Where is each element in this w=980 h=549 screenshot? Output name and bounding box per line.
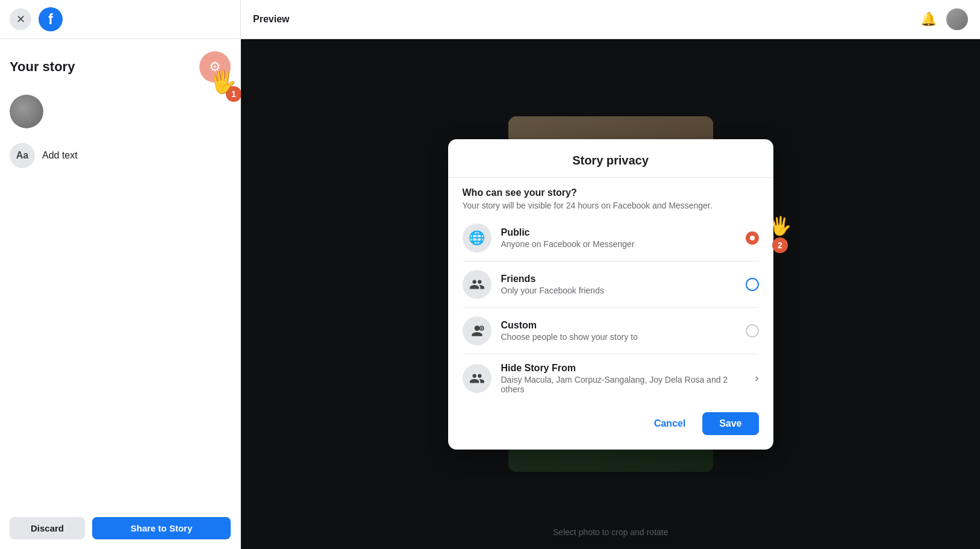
option-custom-icon	[463, 316, 492, 345]
notification-icon[interactable]: 🔔	[920, 11, 937, 27]
option-hide-chevron: ›	[755, 372, 759, 384]
option-hide-text: Hide Story From Daisy Macula, Jam Corpuz…	[501, 363, 746, 394]
add-text-icon: Aa	[10, 143, 35, 168]
option-friends-icon	[463, 270, 492, 299]
sidebar-header: ✕ f	[0, 0, 240, 39]
option-custom-text: Custom Choose people to show your story …	[501, 320, 736, 342]
add-text-label: Add text	[42, 150, 78, 161]
option-friends-subtitle: Only your Facebook friends	[501, 286, 736, 295]
option-custom[interactable]: Custom Choose people to show your story …	[448, 308, 773, 354]
option-public[interactable]: 🌐 Public Anyone on Facebook or Messenger…	[448, 215, 773, 261]
avatar-row	[0, 89, 240, 134]
preview-label: Preview	[253, 14, 289, 25]
option-friends-title: Friends	[501, 274, 736, 284]
option-friends[interactable]: Friends Only your Facebook friends	[448, 262, 773, 307]
sidebar-bottom: Discard Share to Story	[0, 507, 240, 549]
avatar-image	[10, 95, 43, 128]
modal-overlay: Story privacy Who can see your story? Yo…	[241, 39, 980, 549]
cancel-button[interactable]: Cancel	[644, 412, 695, 435]
option-friends-radio[interactable]	[746, 278, 759, 291]
modal-subtitle-row: Who can see your story? Your story will …	[448, 178, 773, 215]
option-hide-subtitle: Daisy Macula, Jam Corpuz-Sangalang, Joy …	[501, 375, 746, 394]
close-button[interactable]: ✕	[10, 8, 31, 30]
facebook-logo: f	[39, 7, 63, 31]
option-hide-icon	[463, 364, 492, 393]
avatar	[10, 95, 43, 128]
option-custom-radio[interactable]	[746, 324, 759, 337]
sidebar-title-row: Your story ⚙ 🖐 1	[0, 39, 240, 89]
sidebar: ✕ f Your story ⚙ 🖐 1 Aa Add text Discard…	[0, 0, 241, 549]
add-text-row[interactable]: Aa Add text	[0, 134, 240, 177]
option-public-title: Public	[501, 227, 736, 238]
option-custom-title: Custom	[501, 320, 736, 331]
main-header: Preview 🔔	[241, 0, 980, 39]
option-public-radio[interactable]	[746, 231, 759, 245]
option-public-subtitle: Anyone on Facebook or Messenger	[501, 239, 736, 249]
preview-area: Select photo to crop and rotate Story pr…	[241, 39, 980, 549]
cursor-2-wrap: 🖐 2	[769, 215, 791, 253]
modal-title: Story privacy	[448, 139, 773, 178]
option-hide-title: Hide Story From	[501, 363, 746, 374]
story-privacy-modal: Story privacy Who can see your story? Yo…	[448, 139, 773, 450]
user-avatar[interactable]	[946, 8, 968, 30]
modal-description: Your story will be visible for 24 hours …	[463, 201, 759, 210]
header-icons: 🔔	[920, 8, 968, 30]
option-public-icon: 🌐	[463, 224, 492, 253]
option-friends-text: Friends Only your Facebook friends	[501, 274, 736, 295]
badge-2: 2	[772, 237, 788, 253]
share-button[interactable]: Share to Story	[92, 517, 231, 539]
option-hide[interactable]: Hide Story From Daisy Macula, Jam Corpuz…	[448, 354, 773, 403]
sidebar-title: Your story	[10, 59, 75, 75]
main-content: Preview 🔔 Select photo to crop and rotat…	[241, 0, 980, 549]
option-public-text: Public Anyone on Facebook or Messenger	[501, 227, 736, 249]
cursor-hand-2-icon: 🖐	[769, 215, 791, 236]
modal-actions: Cancel Save	[448, 403, 773, 435]
save-button[interactable]: Save	[702, 412, 758, 435]
cursor-hand-1: 🖐	[210, 69, 237, 95]
option-custom-subtitle: Choose people to show your story to	[501, 332, 736, 342]
discard-button[interactable]: Discard	[10, 517, 85, 539]
modal-question: Who can see your story?	[463, 187, 759, 198]
